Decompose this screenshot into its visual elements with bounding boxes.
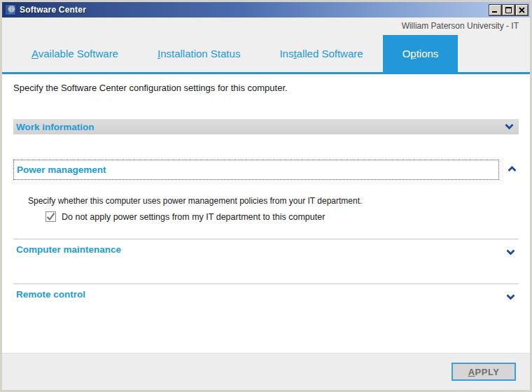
section-header-work-information[interactable]: Work information [13,119,519,134]
chevron-up-icon [507,166,517,172]
power-settings-checkbox-row: Do not apply power settings from my IT d… [46,211,519,222]
power-settings-checkbox-label[interactable]: Do not apply power settings from my IT d… [62,212,325,222]
tab-label: Installed Software [279,48,363,59]
footer-bar: APPLY [2,353,530,390]
tab-accent-line [2,72,530,74]
software-center-window: Software Center William Paterson Uni [0,0,532,392]
tab-label: Available Software [31,48,118,59]
tab-label: Installation Status [158,48,240,59]
options-panel: Specify the Software Center configuratio… [2,74,530,353]
tab-label: Options [402,48,439,59]
focus-rectangle: Power management [13,160,499,180]
maximize-icon [505,7,512,13]
intro-text: Specify the Software Center configuratio… [13,83,519,93]
maximize-button[interactable] [503,5,514,15]
tab-available-software[interactable]: Available Software [12,35,138,72]
checkmark-icon [46,212,55,221]
apply-button-label: APPLY [468,367,500,377]
titlebar[interactable]: Software Center [2,2,530,18]
close-icon [519,7,525,13]
power-settings-checkbox[interactable] [46,211,56,222]
apply-button[interactable]: APPLY [451,363,516,381]
chevron-down-icon [506,249,515,255]
organization-label: William Paterson University - IT [402,21,519,31]
window-controls [489,5,528,15]
app-icon [5,4,16,15]
tab-options[interactable]: Options [383,35,458,72]
section-header-computer-maintenance[interactable]: Computer maintenance [13,239,519,259]
minimize-button[interactable] [489,5,501,15]
section-header-power-management[interactable]: Power management [13,160,519,180]
power-management-description: Specify whether this computer uses power… [28,196,519,206]
section-header-remote-control[interactable]: Remote control [13,284,519,304]
tab-installed-software[interactable]: Installed Software [260,35,382,72]
tab-bar: Available Software Installation Status I… [12,35,458,72]
chevron-down-icon [505,124,514,130]
minimize-icon [492,7,498,13]
chevron-down-icon [506,294,515,300]
tab-band: William Paterson University - IT Availab… [2,18,530,74]
close-button[interactable] [516,5,528,15]
tab-installation-status[interactable]: Installation Status [138,35,260,72]
window-title: Software Center [20,5,489,15]
